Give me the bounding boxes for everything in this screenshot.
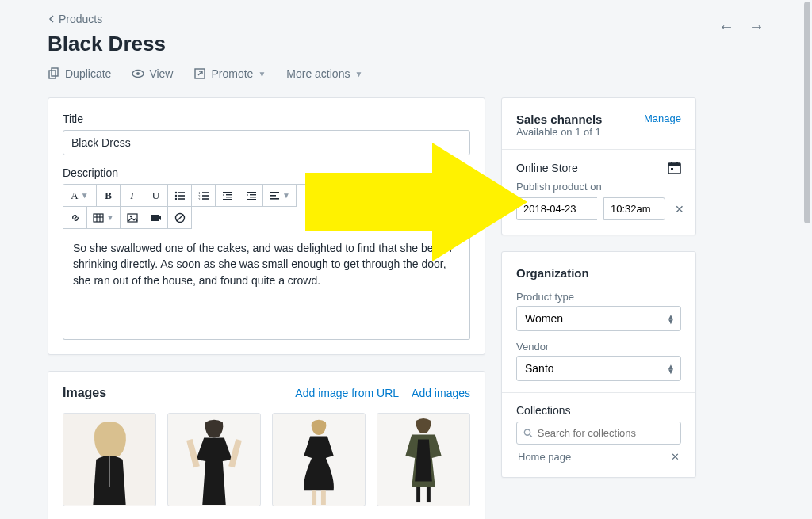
svg-rect-19: [226, 197, 232, 197]
organization-card: Organization Product type ▲▼ Vendor ▲▼ C…: [501, 251, 696, 478]
product-image-1[interactable]: [63, 413, 156, 506]
svg-rect-8: [178, 195, 185, 197]
product-type-select[interactable]: [516, 306, 681, 331]
sales-channels-heading: Sales channels: [516, 113, 602, 126]
svg-line-58: [530, 435, 532, 437]
vendor-select[interactable]: [516, 356, 681, 381]
svg-point-3: [136, 72, 140, 75]
clear-format-button[interactable]: [168, 207, 192, 229]
breadcrumb-label: Products: [59, 13, 102, 25]
video-button[interactable]: [144, 207, 168, 229]
svg-rect-6: [178, 192, 185, 193]
rich-text-toolbar: A▼ B I U 123 ▼ ▼: [63, 184, 470, 229]
page-title: Black Dress: [48, 32, 166, 56]
manage-link[interactable]: Manage: [644, 113, 681, 124]
product-type-label: Product type: [516, 291, 681, 303]
image-button[interactable]: [121, 207, 144, 229]
collections-search[interactable]: [516, 422, 681, 445]
duplicate-icon: [48, 67, 60, 80]
add-images-link[interactable]: Add images: [412, 387, 470, 399]
page-scrollbar[interactable]: [804, 2, 810, 223]
description-editor[interactable]: So she swallowed one of the cakes, and w…: [63, 229, 470, 340]
product-image-3[interactable]: [272, 413, 366, 506]
table-dropdown[interactable]: ▼: [87, 207, 121, 229]
collection-tag: Home page: [518, 451, 571, 463]
svg-point-7: [174, 194, 176, 196]
product-image-4[interactable]: [377, 413, 470, 506]
bullet-list-button[interactable]: [168, 185, 192, 207]
collections-label: Collections: [516, 404, 681, 417]
svg-rect-46: [312, 490, 316, 505]
svg-text:3: 3: [198, 197, 201, 201]
breadcrumb-products[interactable]: Products: [48, 13, 166, 25]
svg-rect-21: [247, 192, 256, 193]
description-label: Description: [63, 166, 470, 179]
chevron-left-icon: [48, 15, 56, 23]
outdent-button[interactable]: [216, 185, 239, 207]
svg-rect-17: [223, 192, 232, 193]
svg-rect-14: [202, 195, 209, 197]
sales-channels-card: Sales channels Available on 1 of 1 Manag…: [501, 97, 696, 235]
svg-rect-56: [671, 168, 673, 170]
svg-rect-50: [416, 487, 420, 502]
more-actions-button[interactable]: More actions ▼: [286, 67, 362, 80]
svg-rect-51: [427, 487, 431, 502]
svg-rect-0: [49, 71, 56, 78]
svg-rect-28: [94, 214, 103, 222]
svg-rect-10: [178, 198, 185, 200]
svg-rect-16: [202, 198, 209, 200]
publish-label: Publish product on: [516, 181, 681, 193]
remove-collection-button[interactable]: ✕: [671, 451, 680, 463]
svg-rect-24: [247, 199, 256, 200]
clear-date-button[interactable]: ✕: [675, 203, 684, 216]
bold-button[interactable]: B: [97, 185, 121, 207]
prev-arrow[interactable]: ←: [718, 17, 734, 36]
publish-time-input[interactable]: [603, 197, 665, 220]
collections-search-input[interactable]: [538, 427, 674, 439]
svg-rect-20: [223, 199, 232, 200]
svg-point-33: [129, 215, 131, 216]
underline-button[interactable]: U: [144, 185, 168, 207]
svg-rect-25: [270, 192, 279, 193]
chevron-down-icon: ▼: [354, 70, 362, 78]
search-icon: [523, 428, 533, 438]
link-button[interactable]: [63, 207, 87, 229]
publish-date-input[interactable]: [516, 197, 597, 220]
vendor-label: Vendor: [516, 341, 681, 353]
italic-button[interactable]: I: [121, 185, 144, 207]
svg-line-36: [177, 215, 183, 221]
svg-rect-1: [52, 68, 58, 76]
svg-point-5: [174, 191, 176, 193]
promote-button[interactable]: Promote ▼: [193, 67, 266, 80]
title-description-card: Title Description A▼ B I U 123 ▼: [48, 97, 485, 355]
svg-rect-12: [202, 192, 209, 193]
select-caret-icon: ▲▼: [667, 364, 675, 373]
images-card: Images Add image from URL Add images: [48, 371, 485, 519]
svg-point-9: [174, 197, 176, 199]
indent-button[interactable]: [239, 185, 263, 207]
title-input[interactable]: [63, 130, 470, 155]
calendar-icon[interactable]: [668, 161, 681, 174]
next-arrow[interactable]: →: [749, 17, 764, 36]
svg-rect-54: [671, 162, 672, 165]
select-caret-icon: ▲▼: [667, 315, 675, 323]
add-image-url-link[interactable]: Add image from URL: [295, 387, 399, 399]
eye-icon: [132, 67, 144, 80]
duplicate-button[interactable]: Duplicate: [48, 67, 111, 80]
svg-rect-22: [250, 194, 256, 195]
svg-rect-26: [270, 195, 276, 197]
sales-channels-subtext: Available on 1 of 1: [516, 126, 602, 138]
svg-rect-47: [321, 490, 326, 505]
svg-point-57: [524, 429, 530, 435]
channel-name: Online Store: [516, 162, 578, 174]
images-heading: Images: [63, 386, 106, 400]
svg-rect-27: [270, 198, 279, 200]
promote-icon: [193, 67, 206, 80]
product-image-2[interactable]: [167, 413, 261, 506]
view-button[interactable]: View: [132, 67, 173, 80]
font-dropdown[interactable]: A▼: [63, 185, 97, 207]
svg-rect-53: [668, 163, 680, 166]
align-dropdown[interactable]: ▼: [263, 185, 297, 207]
title-label: Title: [63, 113, 470, 125]
numbered-list-button[interactable]: 123: [192, 185, 216, 207]
